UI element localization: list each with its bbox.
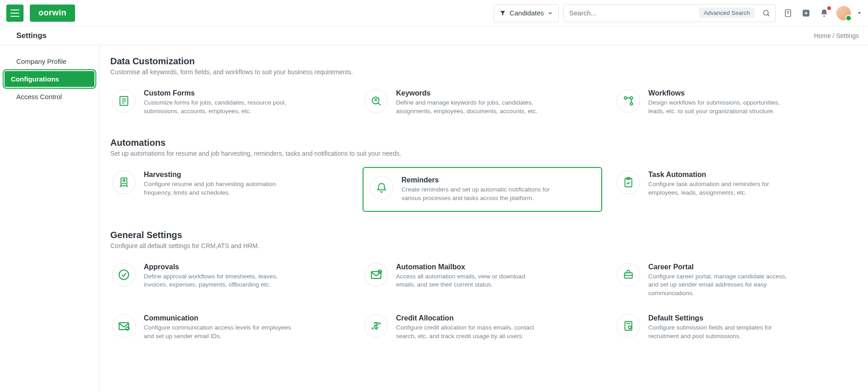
section-desc: Customise all keywords, form fields, and… (110, 68, 854, 76)
plus-square-icon (802, 9, 811, 18)
keywords-icon (364, 89, 388, 113)
sidebar-item-access-control[interactable]: Access Control (0, 89, 99, 105)
briefcase-icon (617, 263, 640, 287)
svg-point-22 (630, 103, 632, 105)
menu-toggle-button[interactable] (6, 5, 24, 22)
approval-check-icon (112, 263, 136, 287)
sidebar-item-company-profile[interactable]: Company Profile (0, 53, 99, 69)
card-desc: Configure credit allocation for mass ema… (396, 324, 545, 341)
svg-point-35 (628, 326, 632, 329)
section-desc: Set up automations for resume and job ha… (110, 150, 854, 157)
card-title: Default Settings (648, 314, 797, 322)
card-title: Reminders (401, 176, 551, 184)
envelope-icon (112, 314, 136, 338)
card-reminders[interactable]: Reminders Create reminders and set up au… (363, 167, 602, 212)
card-default-settings[interactable]: Default Settings Configure submission fi… (615, 311, 854, 344)
card-desc: Configure resume and job harvesting auto… (144, 180, 293, 197)
notification-dot (827, 6, 831, 10)
card-desc: Define approval workflows for timesheets… (144, 272, 293, 290)
page-title: Settings (16, 31, 47, 40)
card-approvals[interactable]: Approvals Define approval workflows for … (110, 259, 350, 302)
form-icon (112, 89, 136, 113)
search-entity-dropdown[interactable]: Candidates (494, 4, 559, 22)
card-workflows[interactable]: Workflows Design workflows for submissio… (615, 86, 854, 120)
card-title: Task Automation (648, 171, 797, 179)
card-desc: Define and manage keywords for jobs, can… (396, 99, 545, 116)
section-title: Automations (110, 138, 854, 148)
breadcrumb-home[interactable]: Home (814, 32, 830, 39)
card-title: Approvals (144, 263, 293, 271)
card-task-automation[interactable]: Task Automation Configure task automatio… (615, 167, 854, 212)
sidebar-item-configurations[interactable]: Configurations (5, 71, 94, 87)
card-title: Harvesting (144, 171, 293, 179)
content-area: Data Customization Customise all keyword… (99, 45, 868, 392)
card-desc: Access all automation emails, view or do… (396, 272, 545, 290)
add-button[interactable] (800, 7, 812, 19)
card-desc: Configure task automation and reminders … (648, 180, 797, 197)
card-title: Credit Allocation (396, 314, 545, 322)
card-desc: Configure career portal, manage candidat… (648, 272, 797, 298)
card-title: Keywords (396, 89, 545, 97)
card-desc: Configure communication access levels fo… (144, 324, 293, 341)
section-automations: Automations Set up automations for resum… (110, 138, 854, 212)
filter-label: Candidates (509, 9, 544, 17)
workflow-icon (617, 89, 640, 113)
clipboard-icon (783, 9, 793, 18)
hamburger-icon (10, 10, 19, 17)
card-desc: Configure submission fields and template… (648, 324, 797, 341)
card-title: Workflows (648, 89, 797, 97)
brand-logo[interactable]: oorwin (30, 5, 75, 22)
card-career-portal[interactable]: Career Portal Configure career portal, m… (615, 259, 854, 302)
card-desc: Customize forms for jobs, candidates, re… (144, 99, 293, 116)
search-button[interactable] (757, 5, 775, 22)
topbar: oorwin Candidates Advanced Search (0, 0, 868, 26)
task-check-icon (617, 171, 640, 194)
svg-point-27 (119, 270, 129, 279)
card-desc: Create reminders and set up automatic no… (401, 186, 551, 203)
section-data-customization: Data Customization Customise all keyword… (110, 56, 854, 120)
bell-icon (820, 9, 829, 18)
card-title: Automation Mailbox (396, 263, 545, 271)
card-title: Custom Forms (144, 89, 293, 97)
reminder-bell-icon (370, 176, 393, 200)
section-title: Data Customization (110, 56, 854, 67)
card-keywords[interactable]: Keywords Define and manage keywords for … (363, 86, 602, 120)
panel-icon[interactable] (782, 7, 794, 19)
user-avatar[interactable] (836, 6, 851, 20)
card-credit-allocation[interactable]: Credit Allocation Configure credit alloc… (363, 311, 602, 344)
breadcrumb-current: Settings (836, 32, 859, 39)
card-harvesting[interactable]: Harvesting Configure resume and job harv… (110, 167, 350, 212)
section-general-settings: General Settings Configure all default s… (110, 230, 854, 344)
chevron-down-icon (547, 10, 553, 16)
search-icon (762, 9, 770, 17)
search-input[interactable] (564, 5, 699, 22)
section-title: General Settings (110, 230, 854, 240)
card-title: Career Portal (648, 263, 797, 271)
search-bar: Advanced Search (563, 4, 776, 22)
harvesting-icon (112, 171, 136, 194)
svg-point-20 (624, 97, 627, 99)
subbar: Settings Home / Settings (0, 26, 868, 45)
settings-sidebar: Company Profile Configurations Access Co… (0, 45, 99, 392)
dollar-icon (364, 314, 388, 338)
breadcrumb: Home / Settings (814, 32, 859, 39)
card-desc: Design workflows for submissions, opport… (648, 99, 797, 116)
card-title: Communication (144, 314, 293, 322)
caret-down-icon[interactable] (857, 11, 862, 15)
card-communication[interactable]: Communication Configure communication ac… (110, 311, 350, 344)
card-automation-mailbox[interactable]: Automation Mailbox Access all automation… (363, 259, 602, 302)
svg-line-4 (768, 14, 769, 16)
notifications-button[interactable] (818, 7, 830, 19)
svg-point-11 (823, 15, 825, 17)
svg-rect-28 (372, 272, 381, 278)
filter-icon (500, 10, 506, 16)
card-custom-forms[interactable]: Custom Forms Customize forms for jobs, c… (110, 86, 350, 120)
settings-doc-icon (617, 314, 640, 338)
svg-point-21 (630, 97, 632, 99)
section-desc: Configure all default settings for CRM,A… (110, 242, 854, 249)
advanced-search-button[interactable]: Advanced Search (699, 8, 755, 18)
svg-line-17 (378, 103, 380, 105)
svg-rect-32 (119, 323, 129, 330)
svg-point-24 (123, 179, 125, 181)
mailbox-icon (364, 263, 388, 287)
